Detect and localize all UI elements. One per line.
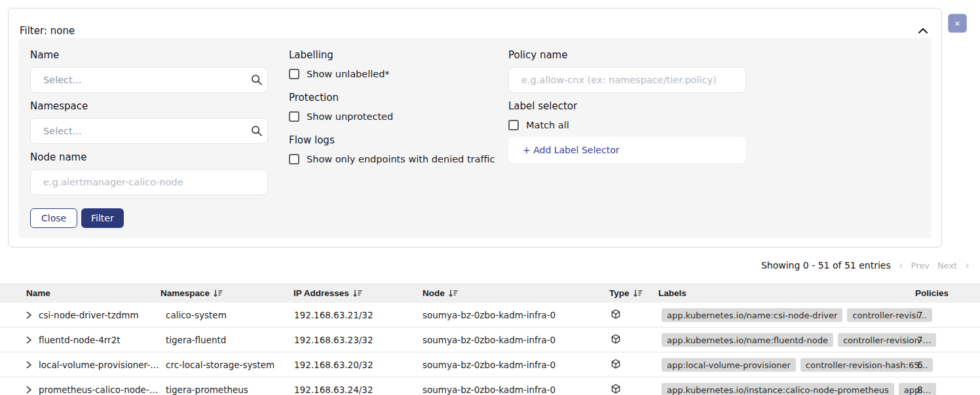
show-unlabelled-label: Show unlabelled* bbox=[307, 69, 390, 79]
protection-heading: Protection bbox=[289, 92, 339, 103]
label-chip: app:local-volume-provisioner bbox=[662, 358, 796, 371]
endpoint-labels: app.kubernetes.io/name:fluentd-node cont… bbox=[662, 333, 936, 347]
filter-panel: Filter: none Name Namespace bbox=[8, 8, 942, 248]
endpoints-page: × Filter: none Name Namespace bbox=[0, 0, 980, 395]
namespace-label: Namespace bbox=[30, 100, 88, 112]
column-header-ip-addresses[interactable]: IP Addresses bbox=[293, 283, 362, 303]
search-icon[interactable] bbox=[251, 125, 263, 137]
prev-page-icon[interactable]: ‹ bbox=[899, 261, 903, 270]
endpoints-table-header: Name Namespace IP Addresses Node bbox=[0, 283, 980, 303]
table-row: csi-node-driver-tzdmm calico-system 192.… bbox=[0, 303, 980, 328]
expand-row-icon[interactable] bbox=[25, 360, 33, 369]
column-label: Type bbox=[609, 288, 630, 298]
policy-name-input[interactable] bbox=[508, 67, 746, 93]
column-label: Labels bbox=[658, 288, 687, 298]
table-row: prometheus-calico-node-… tigera-promethe… bbox=[0, 377, 980, 395]
name-label: Name bbox=[30, 49, 59, 61]
column-header-name: Name bbox=[26, 283, 50, 303]
pod-cube-icon bbox=[611, 309, 621, 319]
filter-button[interactable]: Filter bbox=[81, 208, 124, 228]
filter-panel-title: Filter: none bbox=[20, 25, 75, 37]
namespace-select-input[interactable] bbox=[30, 118, 268, 144]
policies-count: 8 bbox=[917, 385, 923, 395]
add-label-selector-button[interactable]: + Add Label Selector bbox=[508, 137, 746, 163]
endpoint-namespace: tigera-prometheus bbox=[166, 385, 248, 395]
column-label: IP Addresses bbox=[293, 288, 349, 298]
column-label: Policies bbox=[915, 288, 949, 298]
pagination: Showing 0 - 51 of 51 entries ‹ Prev Next… bbox=[761, 260, 970, 271]
pod-cube-icon bbox=[611, 333, 621, 344]
showing-entries-text: Showing 0 - 51 of 51 entries bbox=[761, 260, 891, 271]
endpoint-node: soumya-bz-0zbo-kadm-infra-0 bbox=[423, 310, 556, 320]
name-select-input[interactable] bbox=[30, 67, 268, 93]
endpoint-node: soumya-bz-0zbo-kadm-infra-0 bbox=[423, 335, 556, 345]
denied-traffic-label: Show only endpoints with denied traffic bbox=[307, 154, 495, 164]
match-all-checkbox[interactable] bbox=[508, 120, 519, 130]
policies-count: 7 bbox=[917, 310, 923, 320]
label-chip: app.kubernetes.io/name:fluentd-node bbox=[662, 333, 833, 347]
endpoint-labels: app.kubernetes.io/instance:calico-node-p… bbox=[662, 383, 936, 395]
denied-traffic-checkbox[interactable] bbox=[289, 154, 299, 164]
endpoint-name: fluentd-node-4rr2t bbox=[39, 335, 121, 345]
next-page-link[interactable]: Next bbox=[937, 261, 957, 271]
show-unprotected-label: Show unprotected bbox=[307, 111, 393, 122]
policy-name-label: Policy name bbox=[508, 49, 567, 61]
close-icon: × bbox=[954, 18, 960, 29]
labelling-heading: Labelling bbox=[289, 49, 333, 61]
endpoint-node: soumya-bz-0zbo-kadm-infra-0 bbox=[423, 385, 556, 395]
filter-form: Name Namespace Node name Close Filter bbox=[19, 38, 932, 238]
column-header-node[interactable]: Node bbox=[423, 283, 458, 303]
expand-row-icon[interactable] bbox=[25, 385, 33, 394]
close-button[interactable]: Close bbox=[30, 208, 77, 228]
sort-icon[interactable] bbox=[214, 289, 223, 297]
node-name-label: Node name bbox=[30, 151, 86, 163]
chevron-up-icon bbox=[918, 28, 928, 34]
sort-icon[interactable] bbox=[449, 289, 458, 297]
label-chip: controller-revision-hash:65… bbox=[801, 358, 933, 371]
sort-icon[interactable] bbox=[633, 289, 643, 297]
pod-cube-icon bbox=[611, 358, 621, 369]
label-chip: app.kubernetes.io/name:csi-node-driver bbox=[662, 308, 842, 322]
expand-row-icon[interactable] bbox=[25, 310, 33, 319]
show-unprotected-checkbox[interactable] bbox=[289, 111, 299, 122]
sort-icon[interactable] bbox=[353, 289, 362, 297]
expand-row-icon[interactable] bbox=[25, 335, 33, 344]
denied-traffic-option: Show only endpoints with denied traffic bbox=[289, 154, 495, 164]
endpoint-namespace: calico-system bbox=[166, 310, 227, 320]
column-header-type[interactable]: Type bbox=[609, 283, 643, 303]
endpoint-name: local-volume-provisioner-… bbox=[39, 360, 159, 370]
endpoint-namespace: crc-local-storage-system bbox=[166, 360, 274, 370]
label-selector-heading: Label selector bbox=[508, 100, 577, 112]
endpoint-name: csi-node-driver-tzdmm bbox=[39, 310, 139, 320]
endpoint-labels: app.kubernetes.io/name:csi-node-driver c… bbox=[662, 308, 932, 322]
node-name-input[interactable] bbox=[30, 169, 268, 195]
endpoint-ip: 192.168.63.24/32 bbox=[294, 385, 373, 395]
endpoint-ip: 192.168.63.21/32 bbox=[294, 310, 373, 320]
column-label: Namespace bbox=[160, 288, 210, 298]
column-header-policies: Policies bbox=[915, 283, 949, 303]
match-all-label: Match all bbox=[526, 120, 569, 130]
collapse-panel-button[interactable] bbox=[916, 26, 930, 36]
panel-dismiss-button[interactable]: × bbox=[948, 14, 967, 33]
endpoint-ip: 192.168.63.20/32 bbox=[294, 360, 373, 370]
show-unprotected-option: Show unprotected bbox=[289, 111, 393, 122]
endpoint-node: soumya-bz-0zbo-kadm-infra-0 bbox=[423, 360, 556, 370]
search-icon[interactable] bbox=[251, 74, 263, 86]
label-chip: app.kubernetes.io/instance:calico-node-p… bbox=[662, 383, 894, 395]
column-header-labels: Labels bbox=[658, 283, 687, 303]
policies-count: 6 bbox=[917, 360, 923, 370]
endpoint-namespace: tigera-fluentd bbox=[166, 335, 226, 345]
flow-logs-heading: Flow logs bbox=[289, 134, 335, 146]
next-page-icon[interactable]: › bbox=[965, 261, 970, 270]
endpoint-name: prometheus-calico-node-… bbox=[39, 385, 158, 395]
prev-page-link[interactable]: Prev bbox=[911, 261, 930, 271]
show-unlabelled-checkbox[interactable] bbox=[289, 69, 299, 79]
endpoint-labels: app:local-volume-provisioner controller-… bbox=[662, 358, 933, 371]
column-header-namespace[interactable]: Namespace bbox=[160, 283, 223, 303]
pod-cube-icon bbox=[611, 383, 621, 394]
column-label: Node bbox=[423, 288, 445, 298]
policies-count: 7 bbox=[917, 335, 923, 345]
table-row: local-volume-provisioner-… crc-local-sto… bbox=[0, 352, 980, 377]
endpoint-ip: 192.168.63.23/32 bbox=[294, 335, 373, 345]
table-row: fluentd-node-4rr2t tigera-fluentd 192.16… bbox=[0, 328, 980, 352]
